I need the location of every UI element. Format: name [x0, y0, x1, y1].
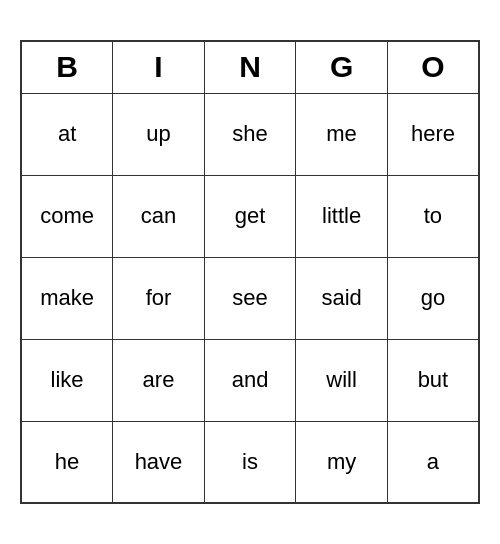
cell-0-4[interactable]: here: [387, 93, 479, 175]
cell-1-0[interactable]: come: [21, 175, 113, 257]
bingo-card: B I N G O at up she me here come can get…: [20, 40, 480, 504]
cell-3-2[interactable]: and: [204, 339, 296, 421]
header-n: N: [204, 41, 296, 93]
cell-0-1[interactable]: up: [113, 93, 205, 175]
cell-3-4[interactable]: but: [387, 339, 479, 421]
cell-0-2[interactable]: she: [204, 93, 296, 175]
header-o: O: [387, 41, 479, 93]
header-b: B: [21, 41, 113, 93]
header-i: I: [113, 41, 205, 93]
cell-4-2[interactable]: is: [204, 421, 296, 503]
cell-3-3[interactable]: will: [296, 339, 388, 421]
cell-2-2[interactable]: see: [204, 257, 296, 339]
header-row: B I N G O: [21, 41, 479, 93]
cell-4-0[interactable]: he: [21, 421, 113, 503]
cell-2-3[interactable]: said: [296, 257, 388, 339]
bingo-body: at up she me here come can get little to…: [21, 93, 479, 503]
cell-2-4[interactable]: go: [387, 257, 479, 339]
header-g: G: [296, 41, 388, 93]
cell-4-4[interactable]: a: [387, 421, 479, 503]
table-row: he have is my a: [21, 421, 479, 503]
cell-2-1[interactable]: for: [113, 257, 205, 339]
table-row: come can get little to: [21, 175, 479, 257]
cell-0-3[interactable]: me: [296, 93, 388, 175]
cell-4-3[interactable]: my: [296, 421, 388, 503]
cell-0-0[interactable]: at: [21, 93, 113, 175]
cell-2-0[interactable]: make: [21, 257, 113, 339]
table-row: make for see said go: [21, 257, 479, 339]
table-row: like are and will but: [21, 339, 479, 421]
cell-1-3[interactable]: little: [296, 175, 388, 257]
table-row: at up she me here: [21, 93, 479, 175]
cell-4-1[interactable]: have: [113, 421, 205, 503]
cell-1-4[interactable]: to: [387, 175, 479, 257]
cell-3-1[interactable]: are: [113, 339, 205, 421]
cell-1-2[interactable]: get: [204, 175, 296, 257]
cell-1-1[interactable]: can: [113, 175, 205, 257]
cell-3-0[interactable]: like: [21, 339, 113, 421]
